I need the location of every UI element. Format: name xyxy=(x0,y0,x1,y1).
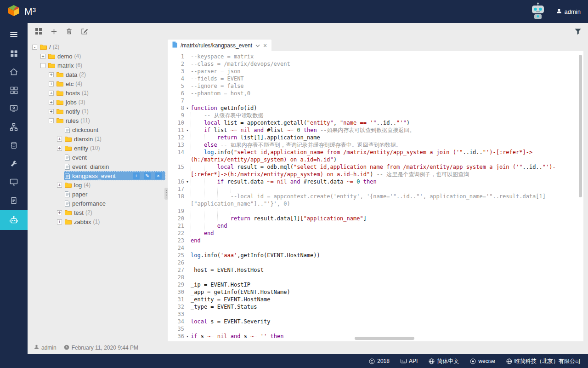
robot-avatar[interactable] xyxy=(529,1,547,22)
collapse-icon[interactable]: - xyxy=(40,63,45,68)
fold-icon[interactable]: ▾ xyxy=(184,333,191,340)
line-number: 19 xyxy=(168,207,184,215)
node-count: (10) xyxy=(90,145,100,151)
tree-folder-zabbix[interactable]: +zabbix(1) xyxy=(32,217,165,226)
fold-space xyxy=(184,222,191,230)
grid-view-icon[interactable] xyxy=(35,28,42,35)
footer-item[interactable]: 唯简科技（北京）有限公司 xyxy=(506,357,581,365)
file-icon xyxy=(65,164,72,170)
tree-folder-matrix[interactable]: -matrix(6) xyxy=(32,61,165,70)
filter-icon[interactable] xyxy=(574,28,582,35)
edit-icon[interactable] xyxy=(81,28,88,35)
tree-folder-dianxin[interactable]: +dianxin(1) xyxy=(32,134,165,144)
file-icon xyxy=(172,41,177,49)
fold-space xyxy=(184,296,191,303)
tree-folder-entity[interactable]: +entity(10) xyxy=(32,144,165,153)
collapse-icon[interactable]: - xyxy=(49,118,54,123)
fold-space xyxy=(184,274,191,281)
fold-space xyxy=(184,112,191,119)
vertical-scrollbar[interactable] xyxy=(579,55,582,197)
tree-file-event[interactable]: +event xyxy=(32,153,165,162)
delete-icon[interactable] xyxy=(66,28,73,35)
expand-icon[interactable]: + xyxy=(57,146,62,151)
user-menu[interactable]: admin xyxy=(556,8,581,15)
footer-item[interactable]: 简体中文 xyxy=(429,357,459,365)
tree-folder-test[interactable]: +test(2) xyxy=(32,208,165,217)
expand-icon[interactable]: + xyxy=(40,54,45,59)
tree-file-event_dianxin[interactable]: +event_dianxin xyxy=(32,162,165,171)
expand-icon[interactable]: + xyxy=(57,210,62,215)
add-icon[interactable] xyxy=(51,28,57,35)
journal-icon[interactable] xyxy=(0,191,28,210)
tree-file-kangpass_event[interactable]: +kangpass_event+✎× xyxy=(32,171,165,180)
expand-icon[interactable]: + xyxy=(49,72,54,77)
node-count: (2) xyxy=(79,71,86,78)
tab-close-icon[interactable]: × xyxy=(263,43,267,48)
tree-file-paper[interactable]: +paper xyxy=(32,190,165,199)
node-add-icon[interactable]: + xyxy=(133,172,140,179)
node-close-icon[interactable]: × xyxy=(155,172,162,179)
tree-folder-jobs[interactable]: +jobs(3) xyxy=(32,98,165,107)
fold-icon[interactable]: ▾ xyxy=(184,126,191,134)
node-edit-icon[interactable]: ✎ xyxy=(144,172,151,179)
horizontal-scrollbar[interactable] xyxy=(355,337,414,340)
footer-links: 2018API简体中文wecise唯简科技（北京）有限公司 xyxy=(369,357,581,365)
footer-item[interactable]: API xyxy=(401,358,418,364)
home-icon[interactable] xyxy=(0,63,28,81)
tree-folder-log[interactable]: +log(4) xyxy=(32,180,165,190)
tree-folder-hosts[interactable]: +hosts(1) xyxy=(32,88,165,98)
tree-folder-rules[interactable]: -rules(11) xyxy=(32,116,165,125)
app-logo[interactable]: M³ xyxy=(7,4,36,19)
code-line: 7 xyxy=(168,97,583,104)
node-label: dianxin xyxy=(74,136,93,143)
expand-icon[interactable]: + xyxy=(49,109,54,114)
code-editor[interactable]: 1--keyspace = matrix2--class = /matrix/d… xyxy=(168,51,583,341)
modules-icon[interactable] xyxy=(0,81,28,99)
tree-folder-demo[interactable]: +demo(4) xyxy=(32,52,165,61)
robot-bot-icon[interactable] xyxy=(0,210,28,230)
footer-item[interactable]: wecise xyxy=(470,358,495,364)
fold-space xyxy=(184,68,191,75)
expand-icon[interactable]: + xyxy=(49,100,54,105)
dashboard-icon[interactable] xyxy=(0,44,28,63)
folder-icon xyxy=(65,145,74,151)
tree-file-performance[interactable]: +performance xyxy=(32,199,165,208)
expand-icon[interactable]: + xyxy=(57,137,62,142)
line-number: 15 xyxy=(168,163,184,178)
fold-icon[interactable]: ▾ xyxy=(184,178,191,185)
expand-icon[interactable]: + xyxy=(57,183,62,188)
tree-folder-[interactable]: -/(2) xyxy=(32,42,165,52)
file-icon xyxy=(65,173,72,179)
data-icon[interactable] xyxy=(0,136,28,155)
tab-kangpass-event[interactable]: /matrix/rules/kangpass_event × xyxy=(168,40,271,51)
topology-icon[interactable] xyxy=(0,118,28,136)
expand-icon[interactable]: + xyxy=(49,81,54,86)
console-user-icon[interactable] xyxy=(0,99,28,118)
fold-icon[interactable]: ▾ xyxy=(184,104,191,112)
menu-icon[interactable] xyxy=(0,25,28,44)
collapse-icon[interactable]: - xyxy=(32,45,37,50)
code-line: 22end xyxy=(168,230,583,237)
monitor-icon[interactable] xyxy=(0,173,28,191)
code-line: 21end xyxy=(168,222,583,230)
fold-space xyxy=(184,97,191,104)
chevron-down-icon[interactable] xyxy=(255,42,260,49)
top-navbar: M³ admin xyxy=(0,0,588,23)
node-count: (1) xyxy=(82,108,89,115)
folder-icon xyxy=(48,53,57,59)
expand-icon[interactable]: + xyxy=(49,91,54,96)
line-number: 12 xyxy=(168,134,184,141)
tree-folder-notify[interactable]: +notify(1) xyxy=(32,107,165,116)
tree-file-clickcount[interactable]: +clickcount xyxy=(32,125,165,134)
code-line: 10local list = appcontext.getall("entity… xyxy=(168,119,583,126)
node-label: log xyxy=(74,182,82,189)
folder-icon xyxy=(65,136,74,142)
footer-item[interactable]: 2018 xyxy=(369,358,390,364)
tree-folder-data[interactable]: +data(2) xyxy=(32,70,165,79)
tree-folder-etc[interactable]: +etc(4) xyxy=(32,79,165,88)
fold-space xyxy=(184,82,191,90)
fold-space xyxy=(184,288,191,296)
expand-icon[interactable]: + xyxy=(57,219,62,224)
line-number: 24 xyxy=(168,244,184,252)
tools-icon[interactable] xyxy=(0,155,28,173)
